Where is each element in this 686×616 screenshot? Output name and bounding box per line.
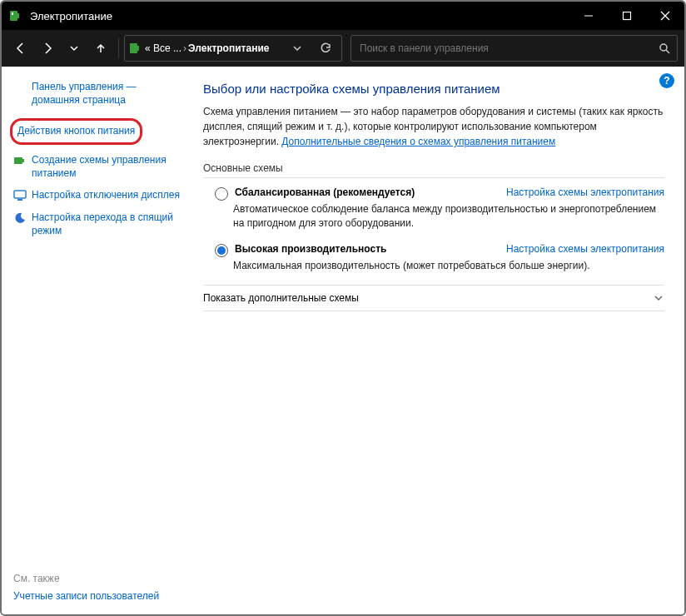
svg-point-9 <box>660 44 667 51</box>
intro-text: Схема управления питанием — это набор па… <box>203 104 664 149</box>
separator <box>118 38 119 58</box>
svg-rect-4 <box>624 12 631 20</box>
navbar: « Все ... › Электропитание <box>2 30 684 67</box>
recent-locations-button[interactable] <box>62 36 87 61</box>
search-icon[interactable] <box>659 42 670 54</box>
address-bar[interactable]: « Все ... › Электропитание <box>124 35 342 62</box>
configure-plan-link[interactable]: Настройка схемы электропитания <box>506 186 664 198</box>
sidebar-link[interactable]: Настройка перехода в спящий режим <box>32 211 183 237</box>
history-dropdown-button[interactable] <box>285 36 310 61</box>
sidebar-item-display-off[interactable]: Настройка отключения дисплея <box>13 188 183 202</box>
svg-rect-14 <box>17 199 22 201</box>
window-controls <box>569 2 684 30</box>
power-options-icon <box>8 8 23 23</box>
svg-line-10 <box>666 50 669 53</box>
window: Электропитание « Все ... › Электропитани… <box>0 0 686 616</box>
sidebar-item-create-plan[interactable]: Создание схемы управления питанием <box>13 153 183 180</box>
battery-icon <box>13 154 27 167</box>
svg-rect-7 <box>130 43 137 53</box>
plan-name[interactable]: Высокая производительность <box>235 243 386 255</box>
svg-rect-13 <box>14 191 26 198</box>
breadcrumb-current[interactable]: Электропитание <box>188 42 269 54</box>
sidebar-home-link[interactable]: Панель управления — домашняя страница <box>32 80 183 107</box>
window-title: Электропитание <box>30 10 569 22</box>
sidebar-footer: См. также Учетные записи пользователей <box>13 573 159 603</box>
plan-balanced: Сбалансированная (рекомендуется) Настрой… <box>203 186 664 231</box>
show-additional-plans[interactable]: Показать дополнительные схемы <box>203 285 664 311</box>
power-options-icon <box>128 41 143 56</box>
monitor-icon <box>13 189 27 202</box>
search-input[interactable] <box>358 42 659 55</box>
forward-button[interactable] <box>35 36 60 61</box>
svg-rect-2 <box>12 12 13 15</box>
plan-name[interactable]: Сбалансированная (рекомендуется) <box>235 186 415 198</box>
svg-rect-11 <box>14 157 22 164</box>
close-button[interactable] <box>646 2 684 30</box>
chevron-right-icon: › <box>183 42 186 54</box>
sidebar-link[interactable]: Настройка отключения дисплея <box>32 188 180 202</box>
plan-description: Автоматическое соблюдение баланса между … <box>233 202 664 231</box>
up-button[interactable] <box>88 36 113 61</box>
see-also-link[interactable]: Учетные записи пользователей <box>13 589 159 603</box>
sidebar-link[interactable]: Создание схемы управления питанием <box>32 153 183 180</box>
refresh-button[interactable] <box>313 36 338 61</box>
page-heading: Выбор или настройка схемы управления пит… <box>203 82 664 96</box>
expand-label: Показать дополнительные схемы <box>203 292 359 304</box>
svg-rect-1 <box>17 13 19 18</box>
see-also-label: См. также <box>13 573 159 584</box>
radio-high-performance[interactable] <box>215 244 228 257</box>
minimize-button[interactable] <box>569 2 608 30</box>
highlighted-sidebar-item[interactable]: Действия кнопок питания <box>10 118 142 144</box>
main-panel: Выбор или настройка схемы управления пит… <box>190 67 684 614</box>
sidebar-item-sleep[interactable]: Настройка перехода в спящий режим <box>13 211 183 237</box>
configure-plan-link[interactable]: Настройка схемы электропитания <box>506 243 664 255</box>
breadcrumb-segment[interactable]: « Все ... <box>145 42 181 54</box>
plan-high-performance: Высокая производительность Настройка схе… <box>203 243 664 273</box>
section-title: Основные схемы <box>203 162 664 174</box>
titlebar: Электропитание <box>2 2 684 30</box>
chevron-down-icon <box>653 292 664 304</box>
moon-icon <box>13 211 27 225</box>
sidebar-power-buttons-link[interactable]: Действия кнопок питания <box>17 124 135 137</box>
plan-description: Максимальная производительность (может п… <box>233 259 664 273</box>
intro-link[interactable]: Дополнительные сведения о схемах управле… <box>281 136 555 147</box>
divider <box>203 177 664 178</box>
radio-balanced[interactable] <box>215 187 228 201</box>
search-box[interactable] <box>350 35 678 62</box>
svg-rect-0 <box>10 11 17 21</box>
back-button[interactable] <box>8 36 33 61</box>
svg-rect-12 <box>22 159 24 162</box>
sidebar-home[interactable]: Панель управления — домашняя страница <box>13 80 183 107</box>
maximize-button[interactable] <box>608 2 646 30</box>
content-area: ? Панель управления — домашняя страница … <box>2 67 684 614</box>
sidebar: Панель управления — домашняя страница Де… <box>2 67 190 614</box>
svg-rect-8 <box>137 46 139 51</box>
